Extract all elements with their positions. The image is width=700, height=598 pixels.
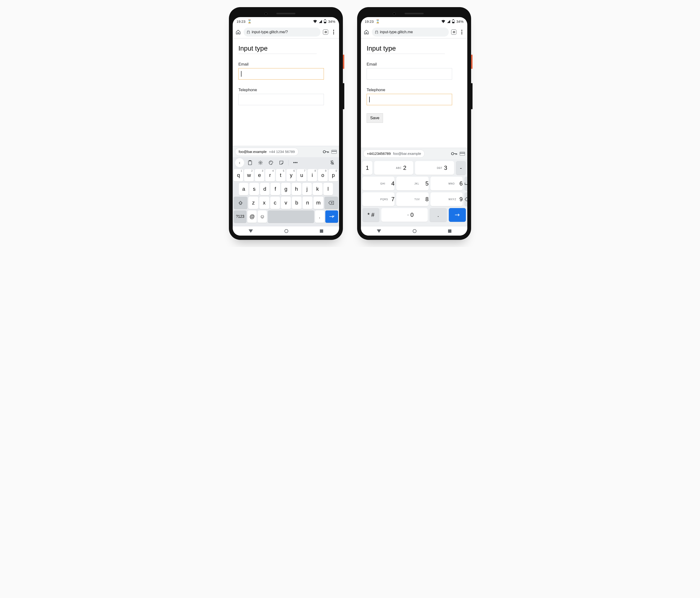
enter-key[interactable] <box>325 210 338 223</box>
emoji-key[interactable]: ☺ <box>258 210 267 223</box>
payment-card-icon[interactable] <box>331 150 337 154</box>
key-z[interactable]: z <box>248 197 258 209</box>
numpad-key-7[interactable]: 7PQRS <box>362 192 394 206</box>
key-l[interactable]: l <box>323 183 333 195</box>
nav-back-icon[interactable] <box>377 229 381 233</box>
nav-home-icon[interactable] <box>413 229 417 233</box>
telephone-input[interactable] <box>367 94 452 105</box>
key-m[interactable]: m <box>314 197 323 209</box>
email-input[interactable] <box>367 68 452 79</box>
telephone-label: Telephone <box>239 88 333 92</box>
lock-icon <box>375 30 378 34</box>
password-key-icon[interactable] <box>323 150 329 154</box>
numpad-key-[interactable] <box>465 192 467 206</box>
key-e[interactable]: e3 <box>255 169 264 181</box>
hourglass-icon: ⌛ <box>247 20 251 23</box>
overflow-menu-icon[interactable]: ⋮ <box>330 29 337 35</box>
key-q[interactable]: q1 <box>234 169 243 181</box>
gear-icon[interactable] <box>256 158 265 167</box>
space-key[interactable] <box>268 210 314 223</box>
numpad-key-6[interactable]: 6MNO <box>430 177 462 191</box>
key-f[interactable]: f <box>271 183 280 195</box>
email-field-group: Email <box>239 62 333 79</box>
numpad-key-[interactable]: . <box>429 208 447 222</box>
key-b[interactable]: b <box>292 197 302 209</box>
home-icon[interactable] <box>235 29 241 35</box>
mic-off-icon[interactable] <box>328 158 337 167</box>
nav-back-icon[interactable] <box>249 229 253 233</box>
key-j[interactable]: j <box>302 183 312 195</box>
email-input[interactable] <box>239 68 324 79</box>
key-p[interactable]: p0 <box>329 169 338 181</box>
numpad-key-5[interactable]: 5JKL <box>396 177 428 191</box>
page-content: Input type Email Telephone <box>233 39 339 146</box>
phone-frame: 19:23 ⌛ 34% input-type <box>229 7 343 240</box>
numpad-key-1[interactable]: 1 <box>362 161 372 175</box>
key-h[interactable]: h <box>292 183 301 195</box>
nav-home-icon[interactable] <box>284 229 288 233</box>
key-s[interactable]: s <box>249 183 259 195</box>
more-icon[interactable]: ••• <box>291 158 300 167</box>
key-a[interactable]: a <box>239 183 248 195</box>
keyboard-back-icon[interactable]: ‹ <box>235 158 244 167</box>
telephone-input[interactable] <box>239 94 324 105</box>
sticker-icon[interactable] <box>277 158 286 167</box>
symbols-key[interactable]: ?123 <box>234 210 247 223</box>
shift-key[interactable] <box>234 197 247 209</box>
nav-recent-icon[interactable] <box>320 229 323 233</box>
tab-switcher-icon[interactable]: :D <box>451 29 456 35</box>
key-x[interactable]: x <box>259 197 269 209</box>
omnibox[interactable]: input-type.glitch.me/? <box>244 28 321 36</box>
numpad-key-3[interactable]: 3DEF <box>415 161 454 175</box>
numpad-key-[interactable]: - <box>456 161 466 175</box>
numpad-key-2[interactable]: 2ABC <box>374 161 413 175</box>
numpad-key-0[interactable]: 0+ <box>381 208 428 222</box>
telephone-field-group: Telephone <box>367 88 461 105</box>
password-key-icon[interactable] <box>451 152 457 155</box>
key-y[interactable]: y6 <box>286 169 296 181</box>
key-k[interactable]: k <box>313 183 322 195</box>
autofill-chip[interactable]: +44123456789 foo@bar.example <box>363 150 425 158</box>
earpiece <box>276 13 295 14</box>
backspace-key[interactable] <box>324 197 338 209</box>
autofill-chip[interactable]: foo@bar.example +44 1234 56789 <box>235 148 298 156</box>
cell-signal-icon <box>447 20 450 23</box>
numpad-key-[interactable]: * # <box>362 208 379 222</box>
numpad-key-4[interactable]: 4GHI <box>362 177 394 191</box>
clipboard-icon[interactable] <box>246 158 254 167</box>
numpad-key-8[interactable]: 8TUV <box>396 192 428 206</box>
cell-signal-icon <box>319 20 322 23</box>
key-u[interactable]: u7 <box>297 169 306 181</box>
numpad-key-9[interactable]: 9WXYZ <box>430 192 462 206</box>
home-icon[interactable] <box>363 29 370 35</box>
key-w[interactable]: w2 <box>244 169 254 181</box>
key-d[interactable]: d <box>260 183 270 195</box>
omnibox[interactable]: input-type.glitch.me <box>372 28 449 36</box>
qwerty-keyboard: q1w2e3r4t5y6u7i8o9p0 asdfghjkl zxcvbnm ?… <box>233 168 339 226</box>
key-t[interactable]: t5 <box>276 169 285 181</box>
at-key[interactable]: @ <box>247 210 257 223</box>
tab-switcher-icon[interactable]: :D <box>323 29 328 35</box>
key-v[interactable]: v <box>281 197 291 209</box>
key-o[interactable]: o9 <box>318 169 327 181</box>
power-button[interactable] <box>343 55 344 69</box>
period-key[interactable]: . <box>315 210 324 223</box>
volume-button[interactable] <box>343 83 344 109</box>
key-g[interactable]: g <box>281 183 291 195</box>
key-r[interactable]: r4 <box>265 169 275 181</box>
palette-icon[interactable] <box>267 158 275 167</box>
key-n[interactable]: n <box>302 197 312 209</box>
payment-card-icon[interactable] <box>460 152 465 155</box>
key-c[interactable]: c <box>270 197 280 209</box>
key-i[interactable]: i8 <box>307 169 317 181</box>
status-bar: 19:23 ⌛ 34% <box>361 17 467 26</box>
power-button[interactable] <box>471 55 473 69</box>
overflow-menu-icon[interactable]: ⋮ <box>459 29 465 35</box>
volume-button[interactable] <box>471 83 473 109</box>
nav-recent-icon[interactable] <box>448 229 451 233</box>
svg-point-6 <box>271 161 272 162</box>
screen: 19:23 ⌛ 34% input-type <box>361 17 467 235</box>
numpad-key-[interactable] <box>449 208 466 222</box>
save-button[interactable]: Save <box>367 113 383 123</box>
numpad-key-[interactable] <box>465 177 467 191</box>
